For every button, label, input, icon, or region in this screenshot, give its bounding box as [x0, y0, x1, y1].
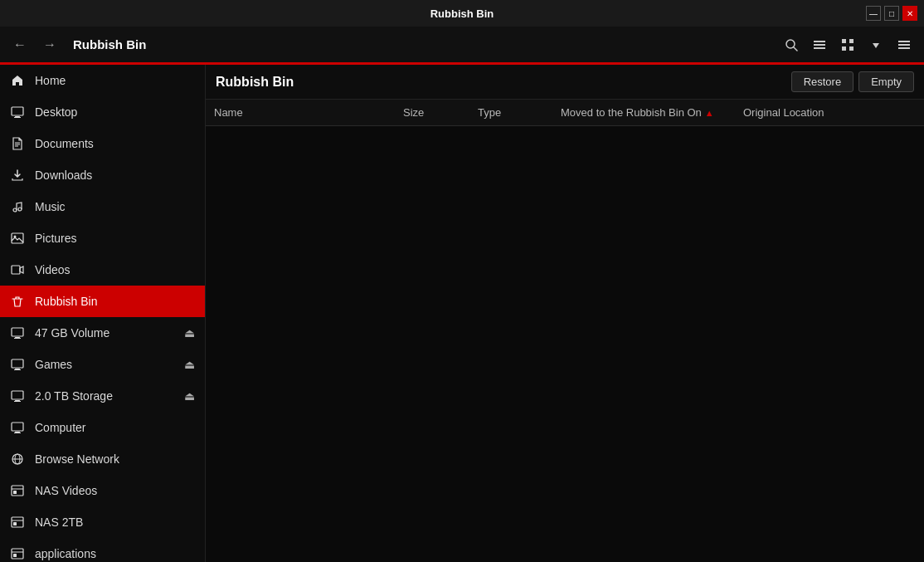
sidebar-item-label-2tb-storage: 2.0 TB Storage — [35, 389, 174, 403]
sidebar-item-nas-2tb[interactable]: NAS 2TB — [0, 506, 205, 538]
file-table: NameSizeTypeMoved to the Rubbish Bin On▲… — [206, 100, 924, 562]
column-header-name[interactable]: Name — [206, 100, 395, 125]
sidebar-item-downloads[interactable]: Downloads — [0, 159, 205, 191]
location-label: Rubbish Bin — [66, 37, 775, 51]
sidebar-item-games[interactable]: Games⏏ — [0, 349, 205, 380]
grid-view-button[interactable] — [834, 32, 861, 58]
sidebar-item-label-games: Games — [35, 358, 174, 371]
sidebar-item-music[interactable]: Music — [0, 191, 205, 222]
toolbar-icons — [778, 32, 917, 58]
svg-rect-3 — [814, 44, 825, 46]
videos-icon — [10, 262, 25, 277]
menu-button[interactable] — [891, 32, 917, 58]
content-header: Rubbish Bin Restore Empty — [206, 65, 924, 100]
desktop-icon — [10, 105, 25, 120]
maximize-button[interactable]: □ — [884, 6, 899, 21]
sidebar-item-label-documents: Documents — [35, 137, 195, 150]
sidebar-item-2tb-storage[interactable]: 2.0 TB Storage⏏ — [0, 380, 205, 412]
content-title: Rubbish Bin — [216, 75, 294, 90]
home-icon — [10, 73, 25, 88]
svg-rect-6 — [849, 39, 853, 43]
nas-videos-icon — [10, 483, 25, 498]
svg-point-18 — [13, 208, 17, 212]
47gb-volume-icon — [10, 325, 25, 340]
sort-indicator-date: ▲ — [705, 108, 714, 118]
svg-rect-43 — [13, 522, 17, 525]
close-button[interactable]: ✕ — [902, 6, 917, 21]
search-button[interactable] — [778, 32, 805, 58]
window-controls: — □ ✕ — [866, 6, 917, 21]
minimize-button[interactable]: — — [866, 6, 881, 21]
sidebar-item-browse-network[interactable]: Browse Network — [0, 443, 205, 475]
column-header-location[interactable]: Original Location — [735, 100, 924, 125]
back-button[interactable]: ← — [7, 32, 33, 58]
empty-button[interactable]: Empty — [858, 71, 914, 92]
sidebar-item-label-computer: Computer — [35, 421, 195, 434]
forward-button[interactable]: → — [36, 32, 63, 58]
column-label-date: Moved to the Rubbish Bin On — [561, 106, 702, 119]
column-label-type: Type — [478, 106, 501, 119]
window-title: Rubbish Bin — [430, 7, 494, 20]
sidebar-item-rubbish-bin[interactable]: Rubbish Bin — [0, 286, 205, 317]
column-header-date[interactable]: Moved to the Rubbish Bin On▲ — [552, 100, 735, 125]
sidebar-item-documents[interactable]: Documents — [0, 128, 205, 159]
sidebar-item-computer[interactable]: Computer — [0, 412, 205, 443]
sidebar-item-label-music: Music — [35, 200, 195, 213]
svg-rect-32 — [12, 423, 23, 431]
svg-rect-46 — [13, 554, 17, 557]
svg-rect-11 — [898, 47, 910, 49]
svg-rect-10 — [898, 44, 910, 46]
sidebar-item-label-nas-videos: NAS Videos — [35, 484, 195, 497]
content-actions: Restore Empty — [791, 71, 914, 92]
games-icon — [10, 357, 25, 372]
svg-rect-2 — [814, 41, 825, 42]
svg-rect-41 — [12, 517, 23, 527]
svg-rect-44 — [12, 549, 23, 559]
title-bar: Rubbish Bin — □ ✕ — [0, 0, 924, 27]
svg-line-1 — [794, 47, 797, 51]
restore-button[interactable]: Restore — [791, 71, 854, 92]
svg-rect-38 — [12, 486, 23, 496]
svg-rect-29 — [12, 391, 23, 399]
documents-icon — [10, 136, 25, 151]
sidebar-item-label-home: Home — [35, 74, 195, 87]
sidebar-item-label-nas-2tb: NAS 2TB — [35, 516, 195, 529]
nas-2tb-icon — [10, 515, 25, 530]
column-label-name: Name — [214, 106, 243, 119]
sidebar-item-label-applications: applications — [35, 547, 195, 560]
sidebar-item-home[interactable]: Home — [0, 65, 205, 96]
svg-rect-12 — [12, 107, 23, 115]
column-header-size[interactable]: Size — [395, 100, 469, 125]
sidebar-item-nas-videos[interactable]: NAS Videos — [0, 475, 205, 506]
svg-rect-7 — [842, 46, 846, 51]
sidebar-item-label-desktop: Desktop — [35, 105, 195, 119]
list-view-button[interactable] — [806, 32, 833, 58]
list-view-icon — [813, 38, 826, 51]
sidebar-item-label-pictures: Pictures — [35, 232, 195, 245]
svg-rect-23 — [12, 328, 23, 336]
sidebar-item-desktop[interactable]: Desktop — [0, 96, 205, 128]
svg-rect-26 — [12, 359, 23, 368]
sort-button[interactable] — [863, 32, 889, 58]
computer-icon — [10, 420, 25, 435]
column-label-location: Original Location — [743, 106, 824, 119]
eject-icon-2tb-storage[interactable]: ⏏ — [184, 389, 195, 403]
column-header-type[interactable]: Type — [469, 100, 552, 125]
eject-icon-47gb-volume[interactable]: ⏏ — [184, 326, 195, 340]
sidebar-item-label-videos: Videos — [35, 263, 195, 276]
sidebar-item-47gb-volume[interactable]: 47 GB Volume⏏ — [0, 317, 205, 349]
menu-icon — [897, 38, 911, 51]
table-body — [206, 126, 924, 560]
sidebar-item-label-47gb-volume: 47 GB Volume — [35, 326, 174, 340]
sidebar-item-label-rubbish-bin: Rubbish Bin — [35, 295, 195, 308]
svg-rect-20 — [12, 233, 23, 243]
sort-icon — [869, 38, 883, 51]
sidebar-item-applications[interactable]: applications — [0, 538, 205, 562]
toolbar: ← → Rubbish Bin — [0, 27, 924, 65]
sidebar-item-pictures[interactable]: Pictures — [0, 222, 205, 254]
column-label-size: Size — [403, 106, 424, 119]
main-layout: HomeDesktopDocumentsDownloadsMusicPictur… — [0, 65, 924, 562]
sidebar-item-videos[interactable]: Videos — [0, 254, 205, 286]
sidebar-item-label-browse-network: Browse Network — [35, 452, 195, 466]
eject-icon-games[interactable]: ⏏ — [184, 358, 195, 371]
